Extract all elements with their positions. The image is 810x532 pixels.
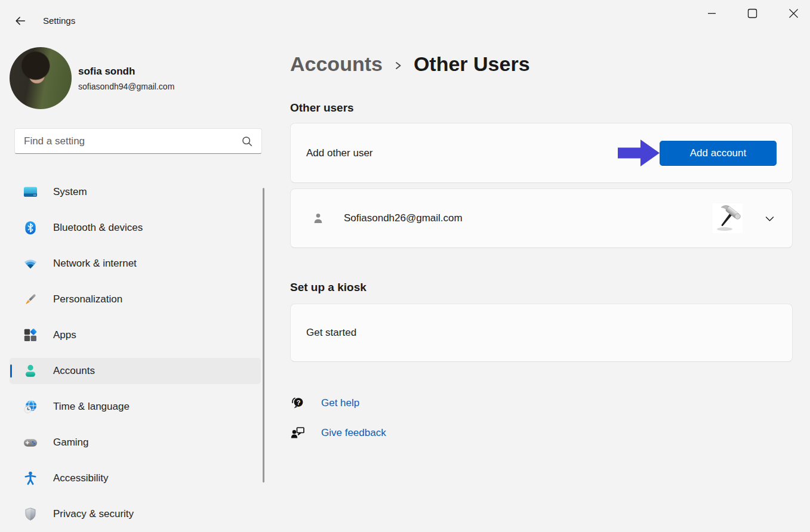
sidebar-item-label: Personalization: [53, 293, 122, 305]
add-other-user-card: Add other user Add account: [290, 123, 793, 183]
sidebar-item-personalization[interactable]: Personalization: [10, 286, 261, 313]
time-language-icon: [23, 399, 38, 415]
add-account-button[interactable]: Add account: [660, 141, 777, 166]
apps-icon: [23, 327, 38, 343]
give-feedback-link[interactable]: Give feedback: [290, 425, 386, 441]
get-help-link[interactable]: ? Get help: [290, 395, 359, 411]
person-icon: [311, 211, 325, 225]
breadcrumb: Accounts Other Users: [290, 52, 530, 76]
sidebar-item-label: Time & language: [53, 401, 130, 413]
sidebar-item-bluetooth[interactable]: Bluetooth & devices: [10, 215, 261, 241]
get-help-label: Get help: [321, 397, 359, 409]
profile-email: sofiasondh94@gmail.com: [78, 82, 174, 91]
sidebar-item-gaming[interactable]: Gaming: [10, 429, 261, 456]
sidebar-item-privacy[interactable]: Privacy & security: [10, 501, 261, 527]
sidebar-scrollbar[interactable]: [263, 188, 264, 482]
chevron-down-icon[interactable]: [764, 213, 775, 224]
system-icon: [23, 184, 38, 200]
sidebar-item-accounts[interactable]: Accounts: [10, 358, 261, 384]
gaming-icon: [23, 435, 38, 450]
sidebar-item-label: Apps: [53, 329, 76, 341]
add-other-user-label: Add other user: [306, 147, 373, 159]
profile-name: sofia sondh: [78, 66, 135, 78]
sidebar-item-label: System: [53, 186, 87, 198]
hammer-cursor-image: [713, 203, 743, 233]
sidebar-item-time-language[interactable]: Time & language: [10, 394, 261, 420]
close-button[interactable]: [775, 1, 810, 25]
svg-text:?: ?: [297, 399, 301, 406]
kiosk-get-started-card[interactable]: Get started: [290, 304, 793, 362]
back-button[interactable]: [11, 12, 30, 30]
accessibility-icon: [23, 471, 38, 486]
sidebar-item-label: Accessibility: [53, 472, 109, 484]
sidebar-item-network[interactable]: Network & internet: [10, 250, 261, 277]
bluetooth-icon: [23, 220, 38, 236]
account-email: Sofiasondh26@gmail.com: [344, 212, 463, 224]
back-arrow-icon: [14, 14, 27, 27]
sidebar-item-label: Network & internet: [53, 258, 137, 270]
page-title: Other Users: [414, 52, 530, 76]
close-icon: [787, 7, 800, 20]
other-user-account-row[interactable]: Sofiasondh26@gmail.com: [290, 188, 793, 248]
sidebar-item-label: Gaming: [53, 437, 89, 449]
search-input[interactable]: [15, 135, 241, 147]
maximize-icon: [746, 7, 759, 20]
kiosk-heading: Set up a kiosk: [290, 281, 366, 294]
search-icon: [241, 135, 253, 147]
get-started-label: Get started: [306, 327, 356, 339]
search-box: [14, 128, 262, 154]
sidebar-item-system[interactable]: System: [10, 179, 261, 205]
give-feedback-label: Give feedback: [321, 427, 386, 439]
sidebar-item-label: Privacy & security: [53, 508, 134, 520]
personalization-icon: [23, 292, 38, 307]
give-feedback-icon: [290, 425, 306, 441]
settings-window: { "titlebar": { "title": "Settings" }, "…: [0, 0, 810, 532]
accounts-icon: [23, 363, 38, 379]
user-avatar[interactable]: [10, 47, 72, 109]
sidebar-item-apps[interactable]: Apps: [10, 322, 261, 348]
sidebar-item-accessibility[interactable]: Accessibility: [10, 465, 261, 491]
chevron-right-icon: [394, 59, 402, 72]
breadcrumb-accounts[interactable]: Accounts: [290, 52, 383, 76]
privacy-icon: [23, 506, 38, 522]
minimize-icon: [705, 7, 719, 20]
sidebar-item-label: Accounts: [53, 365, 95, 377]
maximize-button[interactable]: [734, 1, 770, 25]
get-help-icon: ?: [290, 395, 306, 411]
window-title: Settings: [43, 16, 75, 26]
sidebar-item-label: Bluetooth & devices: [53, 222, 143, 234]
minimize-button[interactable]: [694, 1, 729, 25]
sidebar-nav: System Bluetooth & devices Network & int…: [10, 179, 261, 532]
network-icon: [23, 256, 38, 271]
titlebar: Settings: [0, 0, 810, 36]
other-users-heading: Other users: [290, 101, 354, 115]
